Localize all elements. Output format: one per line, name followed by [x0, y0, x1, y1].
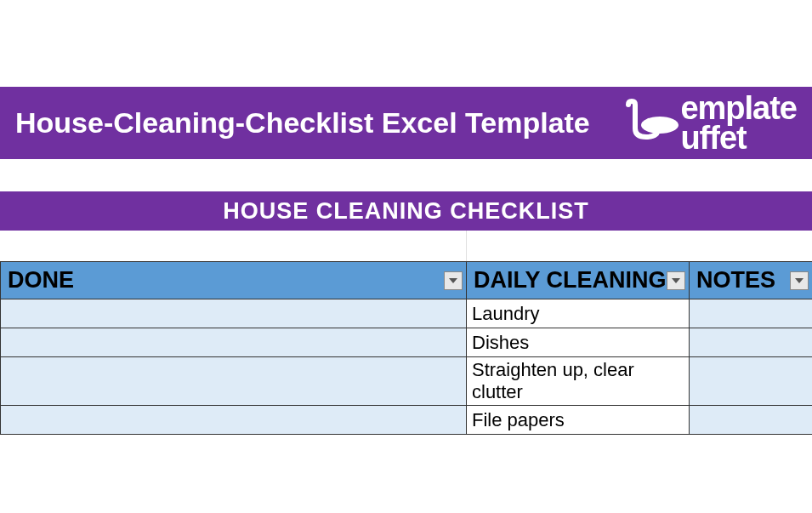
logo: emplate uffet	[624, 94, 797, 151]
cell-done[interactable]	[1, 406, 467, 435]
cell-notes[interactable]	[690, 328, 813, 357]
filter-button-done[interactable]	[444, 271, 463, 290]
chevron-down-icon	[795, 278, 803, 283]
table-row: Dishes	[1, 328, 813, 357]
header-daily-label: DAILY CLEANING	[474, 267, 667, 293]
logo-text-top: emplate	[680, 94, 797, 123]
cell-notes[interactable]	[690, 357, 813, 406]
title-text: House-Cleaning-Checklist Excel Template	[15, 106, 590, 140]
table-row: Laundry	[1, 299, 813, 328]
logo-text: emplate uffet	[680, 94, 797, 151]
mid-spacer	[0, 159, 812, 191]
checklist-table-container: DONE DAILY CLEANING NOTES	[0, 261, 812, 435]
subtitle-banner: HOUSE CLEANING CHECKLIST	[0, 191, 812, 231]
header-done: DONE	[1, 262, 467, 299]
table-gap	[0, 231, 812, 261]
chevron-down-icon	[672, 278, 680, 283]
cell-done[interactable]	[1, 328, 467, 357]
filter-button-daily[interactable]	[667, 271, 685, 290]
title-banner: House-Cleaning-Checklist Excel Template …	[0, 87, 812, 159]
top-spacer	[0, 0, 812, 87]
subtitle-text: HOUSE CLEANING CHECKLIST	[223, 198, 589, 225]
cell-task[interactable]: File papers	[467, 406, 690, 435]
cell-notes[interactable]	[690, 299, 813, 328]
cell-task[interactable]: Laundry	[467, 299, 690, 328]
table-row: Straighten up, clear clutter	[1, 357, 813, 406]
cell-done[interactable]	[1, 299, 467, 328]
table-row: File papers	[1, 406, 813, 435]
ladle-icon	[624, 96, 684, 151]
chevron-down-icon	[449, 278, 457, 283]
svg-point-0	[641, 117, 679, 134]
header-notes-label: NOTES	[696, 267, 775, 293]
header-done-label: DONE	[8, 267, 74, 293]
filter-button-notes[interactable]	[790, 271, 809, 290]
header-daily: DAILY CLEANING	[467, 262, 690, 299]
table-header-row: DONE DAILY CLEANING NOTES	[1, 262, 813, 299]
cell-task[interactable]: Dishes	[467, 328, 690, 357]
header-notes: NOTES	[690, 262, 813, 299]
cell-notes[interactable]	[690, 406, 813, 435]
cell-done[interactable]	[1, 357, 467, 406]
cell-task[interactable]: Straighten up, clear clutter	[467, 357, 690, 406]
table-body: Laundry Dishes Straighten up, clear clut…	[1, 299, 813, 435]
logo-text-bottom: uffet	[680, 123, 797, 152]
checklist-table: DONE DAILY CLEANING NOTES	[0, 261, 812, 435]
